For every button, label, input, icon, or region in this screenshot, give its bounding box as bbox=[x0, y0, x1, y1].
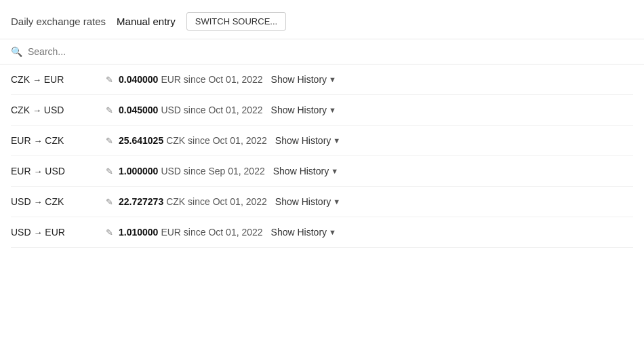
show-history-label: Show History bbox=[271, 227, 327, 238]
tab-manual-entry[interactable]: Manual entry bbox=[117, 16, 176, 27]
edit-icon[interactable]: ✎ bbox=[106, 136, 113, 146]
rate-value: 1.010000 bbox=[119, 227, 158, 238]
rate-value: 0.045000 bbox=[119, 105, 158, 115]
rate-since: EUR since Oct 01, 2022 bbox=[161, 74, 262, 85]
rate-pair: EUR → USD bbox=[11, 166, 106, 176]
show-history-button[interactable]: Show History ▼ bbox=[271, 74, 336, 85]
search-input[interactable] bbox=[28, 46, 231, 57]
show-history-button[interactable]: Show History ▼ bbox=[271, 227, 336, 238]
rate-value: 1.000000 bbox=[119, 166, 158, 176]
rate-since: CZK since Oct 01, 2022 bbox=[166, 196, 267, 207]
table-row: EUR → USD ✎ 1.000000 USD since Sep 01, 2… bbox=[11, 156, 633, 187]
table-row: USD → CZK ✎ 22.727273 CZK since Oct 01, … bbox=[11, 187, 633, 217]
show-history-button[interactable]: Show History ▼ bbox=[273, 166, 338, 176]
page-title: Daily exchange rates bbox=[11, 16, 106, 27]
table-row: CZK → USD ✎ 0.045000 USD since Oct 01, 2… bbox=[11, 95, 633, 126]
edit-icon[interactable]: ✎ bbox=[106, 197, 113, 207]
rate-value: 0.040000 bbox=[119, 74, 158, 85]
chevron-down-icon: ▼ bbox=[333, 136, 340, 145]
edit-icon[interactable]: ✎ bbox=[106, 227, 113, 238]
search-icon: 🔍 bbox=[11, 46, 22, 57]
rate-pair: EUR → CZK bbox=[11, 135, 106, 146]
rate-since: USD since Oct 01, 2022 bbox=[161, 105, 262, 115]
header: Daily exchange rates Manual entry SWITCH… bbox=[0, 0, 644, 39]
rate-pair: CZK → USD bbox=[11, 105, 106, 115]
show-history-button[interactable]: Show History ▼ bbox=[275, 196, 340, 207]
table-row: USD → EUR ✎ 1.010000 EUR since Oct 01, 2… bbox=[11, 217, 633, 248]
table-row: CZK → EUR ✎ 0.040000 EUR since Oct 01, 2… bbox=[11, 64, 633, 95]
show-history-label: Show History bbox=[271, 74, 327, 85]
show-history-button[interactable]: Show History ▼ bbox=[275, 135, 340, 146]
rate-pair: CZK → EUR bbox=[11, 74, 106, 85]
edit-icon[interactable]: ✎ bbox=[106, 166, 113, 176]
rate-since: CZK since Oct 01, 2022 bbox=[166, 135, 267, 146]
edit-icon[interactable]: ✎ bbox=[106, 105, 113, 115]
show-history-label: Show History bbox=[271, 105, 327, 115]
show-history-label: Show History bbox=[273, 166, 329, 176]
chevron-down-icon: ▼ bbox=[329, 228, 336, 236]
chevron-down-icon: ▼ bbox=[331, 167, 338, 175]
switch-source-button[interactable]: SWITCH SOURCE... bbox=[186, 12, 286, 31]
chevron-down-icon: ▼ bbox=[333, 198, 340, 206]
rate-value: 22.727273 bbox=[119, 196, 163, 207]
rate-since: USD since Sep 01, 2022 bbox=[161, 166, 264, 176]
show-history-label: Show History bbox=[275, 196, 331, 207]
table-row: EUR → CZK ✎ 25.641025 CZK since Oct 01, … bbox=[11, 126, 633, 156]
rate-pair: USD → EUR bbox=[11, 227, 106, 238]
rates-list: CZK → EUR ✎ 0.040000 EUR since Oct 01, 2… bbox=[0, 64, 644, 248]
show-history-button[interactable]: Show History ▼ bbox=[271, 105, 336, 115]
rate-since: EUR since Oct 01, 2022 bbox=[161, 227, 262, 238]
rate-value: 25.641025 bbox=[119, 135, 163, 146]
chevron-down-icon: ▼ bbox=[329, 75, 336, 83]
rate-pair: USD → CZK bbox=[11, 196, 106, 207]
edit-icon[interactable]: ✎ bbox=[106, 75, 113, 85]
chevron-down-icon: ▼ bbox=[329, 106, 336, 114]
search-bar: 🔍 bbox=[0, 39, 644, 64]
show-history-label: Show History bbox=[275, 135, 331, 146]
